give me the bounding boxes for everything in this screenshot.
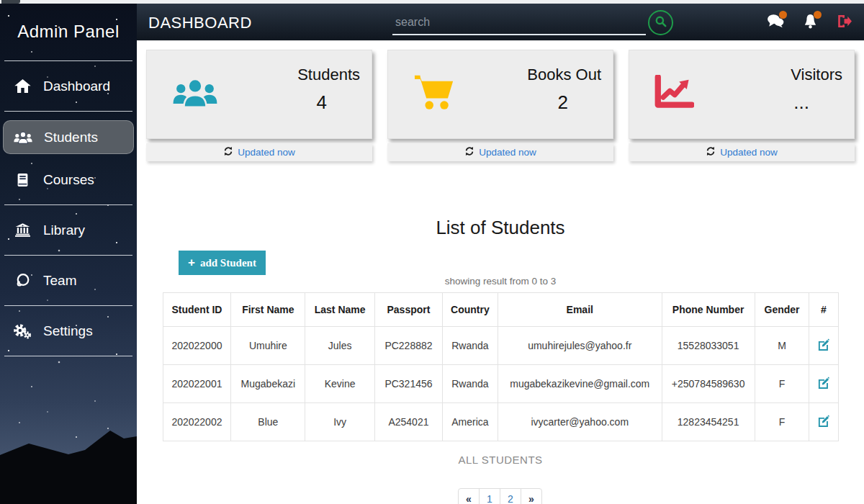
cell-student-id: 202022001 bbox=[163, 365, 231, 403]
sidebar-item-label: Team bbox=[43, 273, 76, 289]
pagination: « 1 2 » bbox=[137, 488, 864, 504]
notification-dot bbox=[779, 11, 787, 19]
stat-card-value: 4 bbox=[317, 91, 360, 114]
pagination-next[interactable]: » bbox=[521, 488, 542, 504]
home-icon bbox=[12, 79, 33, 93]
edit-student-button[interactable] bbox=[817, 377, 829, 389]
messages-button[interactable] bbox=[766, 13, 785, 32]
sidebar-item-label: Students bbox=[44, 130, 98, 145]
sidebar: Admin Panel Dashboard Stud bbox=[0, 0, 137, 504]
stat-card-footer: Updated now bbox=[629, 143, 855, 161]
page-title: DASHBOARD bbox=[148, 14, 252, 32]
cell-gender: M bbox=[755, 327, 809, 365]
sidebar-item-label: Library bbox=[43, 222, 85, 238]
stat-card-students: Students 4 Updated now bbox=[146, 50, 372, 161]
sign-out-icon bbox=[837, 14, 852, 31]
stat-card-title: Students bbox=[297, 66, 360, 84]
column-header: Country bbox=[442, 293, 498, 327]
cell-last-name: Jules bbox=[305, 327, 375, 365]
search-button[interactable] bbox=[648, 10, 673, 35]
cell-student-id: 202022000 bbox=[163, 327, 231, 365]
cell-actions bbox=[809, 403, 838, 441]
search-icon bbox=[654, 15, 667, 30]
cell-first-name: Blue bbox=[231, 403, 305, 441]
pagination-page-1[interactable]: 1 bbox=[479, 488, 500, 504]
stat-card-footer: Updated now bbox=[146, 143, 372, 161]
column-header: Student ID bbox=[163, 293, 231, 327]
sidebar-item-label: Dashboard bbox=[43, 78, 110, 94]
sidebar-item-dashboard[interactable]: Dashboard bbox=[3, 69, 134, 103]
updated-now-link[interactable]: Updated now bbox=[720, 147, 778, 158]
stat-card-visitors: Visitors ... Updated now bbox=[629, 50, 855, 161]
stat-card-title: Visitors bbox=[791, 66, 842, 84]
divider bbox=[4, 111, 132, 112]
plus-icon: + bbox=[188, 256, 195, 270]
refresh-icon bbox=[464, 146, 474, 159]
column-header: First Name bbox=[231, 293, 305, 327]
stat-card-footer: Updated now bbox=[387, 143, 613, 161]
refresh-icon bbox=[223, 146, 233, 159]
divider bbox=[4, 204, 132, 205]
sidebar-item-settings[interactable]: Settings bbox=[3, 314, 134, 348]
chart-line-icon bbox=[654, 75, 694, 114]
notification-dot bbox=[814, 11, 822, 19]
bank-icon bbox=[12, 223, 33, 237]
stat-card-body: Visitors ... bbox=[629, 50, 855, 139]
result-summary: showing result from 0 to 3 bbox=[137, 276, 864, 287]
column-header: # bbox=[809, 293, 838, 327]
logout-button[interactable] bbox=[835, 13, 854, 32]
column-header: Passport bbox=[375, 293, 443, 327]
updated-now-link[interactable]: Updated now bbox=[238, 147, 295, 158]
cell-phone: +250784589630 bbox=[662, 365, 755, 403]
cell-first-name: Umuhire bbox=[231, 327, 305, 365]
sidebar-item-team[interactable]: Team bbox=[3, 264, 134, 297]
stat-card-title: Books Out bbox=[527, 66, 601, 84]
top-strip-nub bbox=[1, 0, 20, 4]
updated-now-link[interactable]: Updated now bbox=[479, 147, 536, 158]
book-icon bbox=[12, 173, 33, 187]
cell-student-id: 202022002 bbox=[163, 403, 231, 441]
browser-top-strip bbox=[0, 0, 864, 4]
divider bbox=[4, 356, 132, 356]
refresh-icon bbox=[706, 146, 716, 159]
divider bbox=[4, 60, 132, 61]
cell-last-name: Ivy bbox=[305, 403, 375, 441]
sidebar-item-courses[interactable]: Courses bbox=[3, 163, 134, 197]
top-header: DASHBOARD bbox=[137, 4, 864, 41]
cell-actions bbox=[809, 327, 838, 365]
edit-icon bbox=[817, 380, 829, 391]
table-row: 202022001 Mugabekazi Kevine PC321456 Rwa… bbox=[163, 365, 838, 403]
stat-card-value: ... bbox=[793, 91, 842, 114]
stat-card-books-out: Books Out 2 Updated now bbox=[387, 50, 613, 161]
sidebar-item-students[interactable]: Students bbox=[3, 120, 134, 154]
table-header-row: Student ID First Name Last Name Passport… bbox=[163, 293, 838, 327]
cell-email: umuhirejules@yahoo.fr bbox=[498, 327, 662, 365]
all-students-label: ALL STUDENTS bbox=[137, 454, 864, 466]
add-student-button[interactable]: + add Student bbox=[179, 251, 266, 275]
pagination-prev[interactable]: « bbox=[458, 488, 480, 504]
cell-passport: A254021 bbox=[375, 403, 443, 441]
cell-country: Rwanda bbox=[442, 327, 498, 365]
sidebar-item-label: Courses bbox=[43, 172, 94, 188]
cell-last-name: Kevine bbox=[305, 365, 375, 403]
pagination-page-2[interactable]: 2 bbox=[500, 488, 521, 504]
search-input[interactable] bbox=[392, 11, 646, 35]
stat-cards-row: Students 4 Updated now bbox=[137, 41, 864, 161]
app-title: Admin Panel bbox=[0, 0, 137, 60]
column-header: Last Name bbox=[305, 293, 375, 327]
stat-card-value: 2 bbox=[558, 91, 601, 114]
sidebar-item-label: Settings bbox=[43, 323, 93, 339]
cell-passport: PC228882 bbox=[375, 327, 443, 365]
cell-email: ivycarter@yahoo.com bbox=[498, 403, 662, 441]
cell-gender: F bbox=[755, 365, 809, 403]
mountain-silhouette bbox=[0, 428, 137, 504]
cell-country: America bbox=[442, 403, 498, 441]
edit-student-button[interactable] bbox=[817, 415, 829, 427]
sidebar-item-library[interactable]: Library bbox=[3, 213, 134, 247]
alerts-button[interactable] bbox=[801, 13, 819, 32]
admin-panel-app: Admin Panel Dashboard Stud bbox=[0, 0, 864, 504]
stat-card-body: Students 4 bbox=[146, 50, 372, 139]
cell-passport: PC321456 bbox=[375, 365, 443, 403]
edit-student-button[interactable] bbox=[817, 338, 829, 351]
column-header: Email bbox=[498, 293, 662, 327]
